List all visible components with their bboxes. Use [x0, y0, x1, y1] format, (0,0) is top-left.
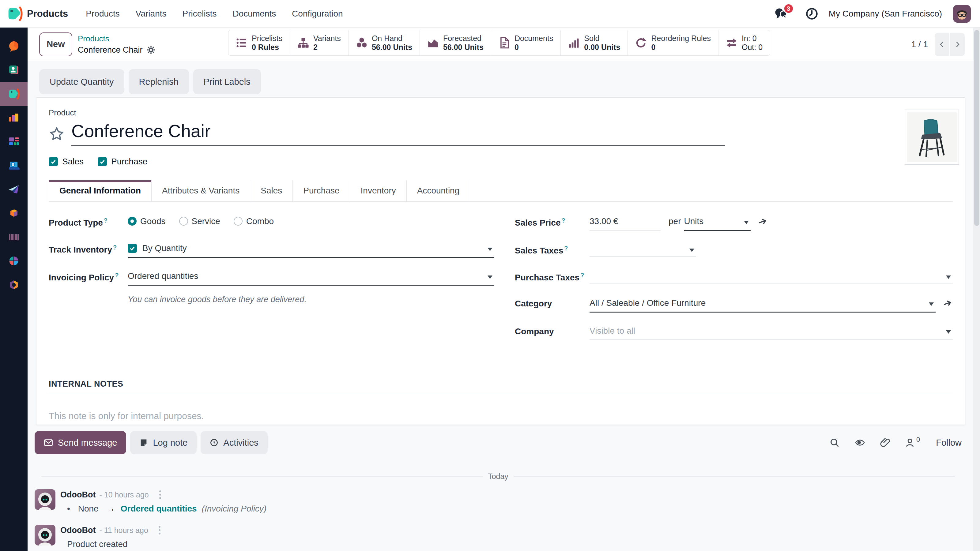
refresh-icon	[635, 37, 647, 49]
sidebar-item-manufacturing[interactable]	[0, 273, 27, 297]
follow-button[interactable]: Follow	[936, 438, 962, 448]
sidebar-item-email-marketing[interactable]	[0, 178, 27, 202]
sidebar-item-sales[interactable]	[0, 106, 27, 130]
odoo-tag-logo-icon[interactable]	[5, 5, 23, 23]
sidebar-item-inventory[interactable]	[0, 202, 27, 225]
odoobot-avatar[interactable]	[35, 525, 56, 546]
pager-previous-button[interactable]	[935, 33, 950, 56]
tab-purchase[interactable]: Purchase	[293, 180, 350, 202]
internal-link-arrow-icon[interactable]	[757, 216, 768, 227]
product-title-input[interactable]: Conference Chair	[72, 122, 725, 140]
category-select[interactable]: All / Saleable / Office Furniture	[590, 298, 935, 313]
activities-clock-icon[interactable]	[805, 7, 818, 20]
sales-taxes-select[interactable]	[590, 244, 696, 257]
activities-button[interactable]: Activities	[200, 431, 267, 454]
field-label-product-type: Product Type?	[49, 216, 128, 228]
message-author[interactable]: OdooBot	[60, 490, 95, 500]
sidebar-item-barcode[interactable]	[0, 225, 27, 249]
sidebar-item-analytics[interactable]	[0, 249, 27, 273]
dashboards-icon	[7, 135, 21, 148]
sales-checkbox[interactable]: Sales	[49, 157, 84, 167]
eye-icon[interactable]	[854, 437, 866, 448]
radio-goods[interactable]: Goods	[128, 216, 166, 226]
update-quantity-button[interactable]: Update Quantity	[39, 69, 124, 94]
product-image[interactable]	[905, 110, 959, 165]
kebab-menu-icon[interactable]	[158, 489, 162, 500]
chevron-down-icon	[929, 302, 934, 306]
help-icon[interactable]: ?	[562, 217, 565, 224]
sidebar-item-contacts[interactable]	[0, 58, 27, 82]
tab-general-information[interactable]: General Information	[49, 180, 151, 202]
tab-accounting[interactable]: Accounting	[407, 180, 470, 202]
products-tag-icon	[7, 87, 21, 101]
message-author[interactable]: OdooBot	[60, 526, 95, 535]
stat-button-reordering-rules[interactable]: Reordering Rules 0	[628, 30, 719, 56]
stat-value: 0.00 Units	[584, 43, 620, 52]
help-icon[interactable]: ?	[580, 272, 584, 279]
sidebar-item-discuss[interactable]	[0, 34, 27, 58]
pager-next-button[interactable]	[950, 33, 965, 56]
purchase-taxes-select[interactable]	[590, 271, 953, 283]
radio-combo[interactable]: Combo	[234, 216, 274, 226]
sidebar-item-billing[interactable]: $	[0, 154, 27, 178]
new-button[interactable]: New	[39, 32, 72, 56]
stat-button-variants[interactable]: Variants 2	[290, 30, 348, 56]
internal-notes-input[interactable]: This note is only for internal purposes.	[49, 411, 953, 421]
send-message-button[interactable]: Send message	[35, 431, 126, 454]
stat-button-sold[interactable]: Sold 0.00 Units	[561, 30, 628, 56]
menu-products[interactable]: Products	[86, 9, 120, 19]
odoobot-avatar[interactable]	[35, 489, 56, 510]
company-select[interactable]: Visible to all	[590, 326, 953, 340]
replenish-button[interactable]: Replenish	[129, 69, 189, 94]
sidebar-item-dashboards[interactable]	[0, 130, 27, 154]
help-icon[interactable]: ?	[113, 244, 117, 251]
sales-price-input[interactable]: 33.00 €	[590, 216, 660, 230]
sidebar-item-products-active[interactable]	[0, 82, 27, 106]
breadcrumb-current: Conference Chair	[78, 45, 143, 55]
gear-icon[interactable]	[146, 45, 156, 54]
invoicing-policy-select[interactable]: Ordered quantities	[128, 271, 494, 286]
menu-variants[interactable]: Variants	[136, 9, 167, 19]
stat-button-in-out[interactable]: In: 0 Out: 0	[719, 30, 770, 56]
stat-label: Documents	[514, 34, 553, 43]
stat-value: 2	[313, 43, 341, 52]
purchase-checkbox[interactable]: Purchase	[98, 157, 147, 167]
menu-documents[interactable]: Documents	[233, 9, 276, 19]
track-inventory-select[interactable]: By Quantity	[128, 243, 494, 258]
stat-value: 0	[514, 43, 553, 52]
log-note-button[interactable]: Log note	[130, 431, 197, 454]
stat-button-on-hand[interactable]: On Hand 56.00 Units	[348, 30, 420, 56]
new-value-link[interactable]: Ordered quantities	[121, 504, 197, 514]
menu-configuration[interactable]: Configuration	[292, 9, 343, 19]
help-icon[interactable]: ?	[564, 245, 568, 252]
scrollbar-thumb[interactable]	[974, 30, 979, 226]
help-icon[interactable]: ?	[104, 217, 108, 224]
stat-button-pricelists[interactable]: Pricelists 0 Rules	[229, 30, 290, 56]
tab-sales[interactable]: Sales	[250, 180, 293, 202]
followers-icon[interactable]: 0	[905, 437, 920, 448]
field-label-company: Company	[515, 326, 590, 337]
checkbox-checked-icon[interactable]	[128, 244, 137, 253]
tab-attributes-variants[interactable]: Attributes & Variants	[151, 180, 250, 202]
kebab-menu-icon[interactable]	[158, 525, 162, 536]
internal-link-arrow-icon[interactable]	[942, 298, 953, 308]
messages-icon[interactable]: 3	[773, 7, 788, 21]
user-avatar[interactable]	[953, 5, 971, 23]
stat-button-documents[interactable]: Documents 0	[491, 30, 561, 56]
message-time: - 11 hours ago	[99, 526, 148, 535]
form-sheet: Product Conference Chair Sales	[36, 97, 965, 425]
uom-select[interactable]: Units	[684, 216, 751, 231]
search-messages-icon[interactable]	[829, 437, 840, 448]
cubes-icon	[356, 37, 368, 49]
favorite-star-icon[interactable]	[49, 126, 65, 142]
help-icon[interactable]: ?	[115, 272, 119, 279]
breadcrumb-parent[interactable]: Products	[78, 34, 156, 43]
company-switcher[interactable]: My Company (San Francisco)	[829, 9, 942, 19]
chevron-down-icon	[744, 221, 749, 224]
stat-button-forecasted[interactable]: Forecasted 56.00 Units	[420, 30, 491, 56]
radio-service[interactable]: Service	[179, 216, 220, 226]
menu-pricelists[interactable]: Pricelists	[183, 9, 217, 19]
paperclip-icon[interactable]	[880, 437, 891, 448]
tab-inventory[interactable]: Inventory	[350, 180, 407, 202]
print-labels-button[interactable]: Print Labels	[193, 69, 261, 94]
